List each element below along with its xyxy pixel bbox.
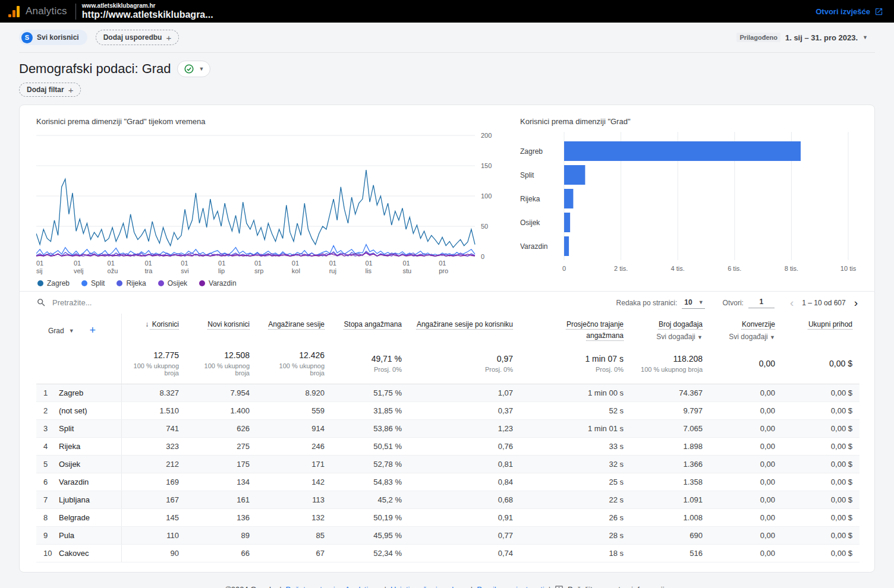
- add-column-button[interactable]: +: [90, 324, 96, 337]
- metric-cell: 45,2 %: [332, 491, 409, 509]
- metric-cell: 31,85 %: [332, 402, 409, 420]
- footer-link-analytics-home[interactable]: Početna stranica Analyticsa: [286, 585, 380, 588]
- metric-cell: 50,19 %: [332, 509, 409, 527]
- row-rank: 8: [43, 513, 59, 522]
- metric-cell: 0,00: [710, 473, 782, 491]
- metric-cell: 0,74: [409, 545, 520, 562]
- table-row: 2(not set)1.5101.40055931,85 %0,3752 s9.…: [36, 402, 860, 420]
- svg-text:01: 01: [218, 260, 225, 267]
- app-bar: Analytics www.atletskiklubagram.hr http:…: [0, 0, 894, 23]
- metric-cell: 690: [631, 527, 710, 545]
- column-header[interactable]: Broj događajaSvi događaji ▼: [631, 314, 710, 344]
- column-total: 118.208100 % ukupnog broja: [631, 344, 710, 384]
- column-header[interactable]: Novi korisnici: [186, 314, 257, 344]
- bar-chart-title: Korisnici prema dimenziji "Grad": [520, 117, 859, 126]
- send-feedback-button[interactable]: Pošaljite povratne informacije: [555, 585, 669, 588]
- metric-cell: 0,00: [710, 545, 782, 562]
- row-rank: 9: [43, 531, 59, 540]
- metric-cell: 1.091: [631, 491, 710, 509]
- row-rank: 3: [43, 424, 59, 433]
- metric-cell: 1,23: [409, 420, 520, 438]
- svg-text:ožu: ožu: [108, 267, 118, 274]
- goto-page-label: Otvori:: [723, 299, 744, 307]
- column-header[interactable]: Angažirane sesije: [257, 314, 332, 344]
- divider: [75, 4, 76, 20]
- search-icon: [36, 298, 46, 308]
- search-input[interactable]: [52, 298, 231, 307]
- column-header[interactable]: Ukupni prihod: [782, 314, 860, 344]
- legend-item: Split: [81, 279, 105, 287]
- column-header[interactable]: Angažirane sesije po korisniku: [409, 314, 520, 344]
- row-dimension-value: Ljubljana: [59, 495, 90, 504]
- add-comparison-button[interactable]: Dodaj usporedbu +: [96, 30, 179, 45]
- column-total: 12.426100 % ukupnog broja: [257, 344, 332, 384]
- open-report-label: Otvori izvješće: [816, 7, 870, 16]
- svg-text:01: 01: [402, 260, 410, 267]
- svg-text:8 tis.: 8 tis.: [785, 265, 798, 272]
- report-card: Korisnici prema dimenziji "Grad" tijekom…: [19, 105, 875, 573]
- metric-cell: 33 s: [520, 438, 631, 456]
- divider: |: [549, 585, 550, 588]
- chevron-down-icon[interactable]: ▼: [69, 328, 74, 334]
- send-feedback-label: Pošaljite povratne informacije: [568, 585, 669, 588]
- bar-chart: 02 tis.4 tis.6 tis.8 tis.10 tisZagrebSpl…: [520, 129, 859, 277]
- previous-page-button[interactable]: ‹: [790, 297, 794, 308]
- event-filter-dropdown[interactable]: Svi događaji ▼: [638, 333, 703, 341]
- search-box[interactable]: [36, 298, 616, 308]
- report-status-dropdown[interactable]: ▼: [177, 61, 211, 77]
- chevron-down-icon: ▼: [697, 334, 703, 340]
- next-page-button[interactable]: ›: [854, 297, 858, 308]
- legend-label: Zagreb: [47, 279, 70, 287]
- dimension-header[interactable]: Grad: [48, 327, 64, 335]
- metric-cell: 0,81: [409, 456, 520, 473]
- column-header[interactable]: KonverzijeSvi događaji ▼: [710, 314, 782, 344]
- metric-cell: 167: [121, 491, 186, 509]
- metric-cell: 32 s: [520, 456, 631, 473]
- column-header[interactable]: ↓ Korisnici: [121, 314, 186, 344]
- metric-cell: 171: [257, 456, 332, 473]
- column-header[interactable]: Stopa angažmana: [332, 314, 409, 344]
- metrics-table: Grad ▼ + ↓ KorisniciNovi korisniciAngaži…: [36, 314, 860, 562]
- metric-cell: 9.797: [631, 402, 710, 420]
- metric-cell: 275: [186, 438, 257, 456]
- footer-link-privacy[interactable]: Pravila o privatnosti: [477, 585, 544, 588]
- svg-text:lip: lip: [218, 267, 225, 274]
- metric-cell: 246: [257, 438, 332, 456]
- open-report-link[interactable]: Otvori izvješće: [816, 7, 883, 16]
- goto-page-input[interactable]: [748, 298, 775, 308]
- metric-cell: 1.008: [631, 509, 710, 527]
- metric-cell: 45,95 %: [332, 527, 409, 545]
- segment-all-users[interactable]: S Svi korisnici: [19, 30, 87, 45]
- svg-text:ruj: ruj: [329, 267, 336, 274]
- table-row: 9Pula110898545,95 %0,7728 s6900,000,00 $: [36, 527, 860, 545]
- metric-cell: 145: [121, 509, 186, 527]
- footer-link-terms[interactable]: Uvjeti pružanja usluge: [391, 585, 467, 588]
- metric-cell: 52 s: [520, 402, 631, 420]
- feedback-icon: [555, 585, 564, 588]
- metric-cell: 1.400: [186, 402, 257, 420]
- metric-cell: 0,76: [409, 438, 520, 456]
- property-selector[interactable]: www.atletskiklubagram.hr http://www.atle…: [82, 2, 213, 20]
- rows-per-page-select[interactable]: 10 ▼: [682, 297, 704, 309]
- svg-text:01: 01: [292, 260, 299, 267]
- date-range-picker[interactable]: Prilagođeno 1. sij – 31. pro 2023. ▼: [736, 33, 868, 42]
- metric-cell: 0,00 $: [782, 491, 860, 509]
- column-header[interactable]: Prosječno trajanje angažmana: [520, 314, 631, 344]
- bar-rijeka: [564, 189, 573, 208]
- custom-badge: Prilagođeno: [736, 33, 780, 42]
- bar-chart-panel: Korisnici prema dimenziji "Grad" 02 tis.…: [520, 117, 859, 287]
- event-filter-dropdown[interactable]: Svi događaji ▼: [717, 333, 775, 341]
- row-dimension-value: Pula: [59, 531, 74, 540]
- svg-text:01: 01: [108, 260, 115, 267]
- bar-chart-svg: 02 tis.4 tis.6 tis.8 tis.10 tisZagrebSpl…: [520, 129, 859, 277]
- rows-per-page-label: Redaka po stranici:: [616, 299, 678, 307]
- metric-cell: 0,00 $: [782, 509, 860, 527]
- metric-cell: 0,00 $: [782, 384, 860, 402]
- row-rank: 7: [43, 495, 59, 504]
- column-total: 0,00 $: [782, 344, 860, 384]
- add-filter-button[interactable]: Dodaj filtar +: [19, 83, 81, 97]
- bar-osijek: [564, 213, 570, 232]
- column-total: 12.775100 % ukupnog broja: [121, 344, 186, 384]
- metric-cell: 85: [257, 527, 332, 545]
- plus-icon: +: [68, 85, 74, 95]
